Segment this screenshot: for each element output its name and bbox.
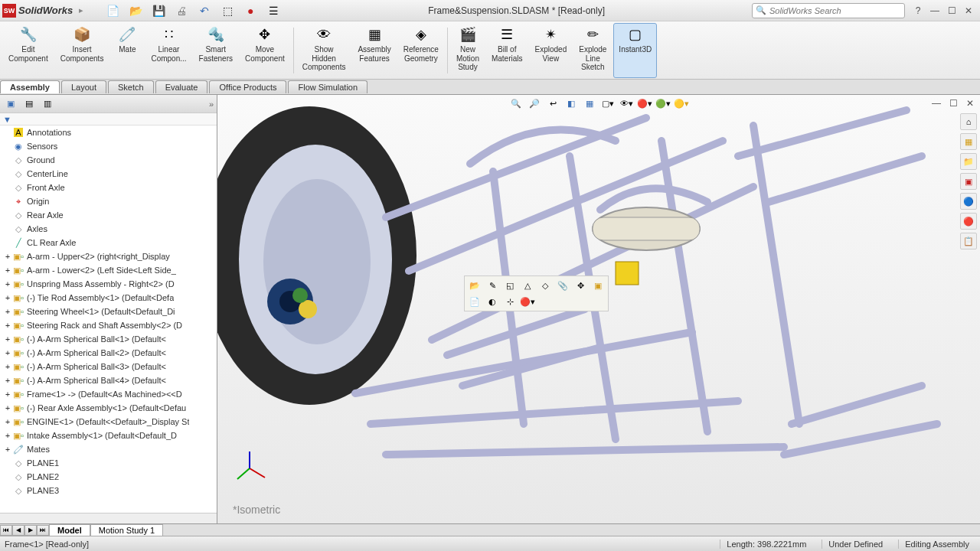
ctx-mate-icon[interactable]: ▣ [590, 279, 606, 292]
show-hidden-button[interactable]: 👁ShowHiddenComponents [297, 23, 351, 78]
bottom-tab-model[interactable]: Model [49, 524, 90, 536]
linear-pattern-button[interactable]: ∷LinearCompon... [145, 23, 191, 78]
tree-item[interactable]: +▣▫Frame<1> -> (Default<As Machined><<D [0, 387, 217, 401]
ctx-fix-icon[interactable]: 📎 [555, 279, 570, 292]
main-menu-arrow[interactable]: ▸ [79, 5, 83, 15]
tree-item[interactable]: +▣▫(-) A-Arm Spherical Ball<3> (Default< [0, 360, 217, 373]
view-orientation-icon[interactable]: ▦ [581, 96, 598, 111]
tree-item[interactable]: +🧷Mates [0, 442, 217, 456]
tree-item[interactable]: +▣▫Unspring Mass Assembly - Right<2> (D [0, 277, 217, 291]
tab-assembly[interactable]: Assembly [0, 80, 60, 93]
viewport-minimize-button[interactable]: — [929, 96, 943, 110]
edit-appearance-icon[interactable]: 🔴▾ [636, 96, 653, 111]
last-tab-button[interactable]: ⏭ [37, 525, 49, 536]
maximize-button[interactable]: ☐ [945, 4, 959, 18]
edit-component-button[interactable]: 🔧EditComponent [3, 23, 54, 78]
viewport-close-button[interactable]: ✕ [963, 96, 977, 110]
tree-item[interactable]: +▣▫A-arm - Lower<2> (Left Side<Left Side… [0, 263, 217, 277]
tree-item[interactable]: ◇PLANE3 [0, 484, 217, 497]
ctx-axis-icon[interactable]: ⊹ [502, 295, 518, 308]
expand-icon[interactable]: + [3, 253, 12, 261]
tree-item[interactable]: AAnnotations [0, 126, 217, 139]
first-tab-button[interactable]: ⏮ [0, 525, 12, 536]
tab-layout[interactable]: Layout [61, 80, 106, 93]
tree-item[interactable]: +▣▫Intake Assembly<1> (Default<Default_D [0, 429, 217, 442]
expand-icon[interactable]: + [3, 404, 12, 412]
ctx-transparency-icon[interactable]: ◐ [485, 295, 500, 308]
expand-icon[interactable]: + [3, 418, 12, 426]
expand-icon[interactable]: + [3, 280, 12, 289]
undo-icon[interactable]: ↶ [197, 3, 212, 18]
select-icon[interactable]: ⬚ [220, 3, 235, 18]
smart-fasteners-button[interactable]: 🔩SmartFasteners [194, 23, 238, 78]
hide-show-icon[interactable]: 👁▾ [618, 96, 635, 111]
zoom-fit-icon[interactable]: 🔍 [508, 96, 524, 111]
viewport-restore-button[interactable]: ☐ [946, 96, 960, 110]
tree-item[interactable]: ╱CL Rear Axle [0, 236, 217, 249]
explode-line-button[interactable]: ✏ExplodeLineSketch [573, 23, 612, 78]
tree-item[interactable]: ◇Rear Axle [0, 208, 217, 222]
tree-item[interactable]: +▣▫(-) Tie Rod Assembly<1> (Default<Defa [0, 291, 217, 305]
tree-item[interactable]: ◉Sensors [0, 139, 217, 153]
search-box[interactable]: 🔍 [752, 3, 905, 18]
ctx-isolate-icon[interactable]: ◇ [537, 279, 553, 292]
exploded-view-button[interactable]: ✴ExplodedView [530, 23, 573, 78]
tree-item[interactable]: +▣▫(-) A-Arm Spherical Ball<4> (Default< [0, 373, 217, 387]
feature-manager-icon[interactable]: ▣ [3, 97, 18, 111]
tab-flow-simulation[interactable]: Flow Simulation [288, 80, 368, 93]
ctx-move-icon[interactable]: ✥ [573, 279, 588, 292]
tab-evaluate[interactable]: Evaluate [155, 80, 208, 93]
tree-item[interactable]: +▣▫Steering Wheel<1> (Default<Default_Di [0, 305, 217, 318]
expand-icon[interactable]: + [3, 335, 12, 344]
move-component-button[interactable]: ✥MoveComponent [240, 23, 290, 78]
section-view-icon[interactable]: ◧ [563, 96, 580, 111]
expand-icon[interactable]: + [3, 294, 12, 302]
tree-item[interactable]: +▣▫A-arm - Upper<2> (right<right_Display [0, 249, 217, 263]
close-button[interactable]: ✕ [962, 4, 975, 18]
mate-button[interactable]: 🧷Mate [110, 23, 144, 78]
ctx-open-part-icon[interactable]: 📂 [467, 279, 482, 292]
bom-button[interactable]: ☰Bill ofMaterials [486, 23, 528, 78]
tree-item[interactable]: ⌖Origin [0, 194, 217, 208]
next-tab-button[interactable]: ▶ [24, 525, 37, 536]
collapse-tree-icon[interactable]: » [209, 99, 214, 109]
design-library-icon[interactable]: ▦ [960, 133, 977, 150]
tree-item[interactable]: ◇PLANE1 [0, 456, 217, 470]
sw-resources-icon[interactable]: ⌂ [960, 113, 977, 130]
view-palette-icon[interactable]: ▣ [960, 173, 977, 190]
previous-view-icon[interactable]: ↩ [544, 96, 561, 111]
expand-icon[interactable]: + [3, 349, 12, 357]
expand-icon[interactable]: + [3, 432, 12, 440]
ctx-suppress-icon[interactable]: △ [520, 279, 535, 292]
tab-office-products[interactable]: Office Products [209, 80, 286, 93]
tree-item[interactable]: ◇CenterLine [0, 167, 217, 181]
appearances-icon[interactable]: 🔵 [960, 193, 977, 210]
view-settings-icon[interactable]: 🟡▾ [673, 96, 690, 111]
help-icon[interactable]: ? [911, 4, 925, 18]
expand-icon[interactable]: + [3, 390, 12, 399]
ctx-hide-icon[interactable]: ◱ [502, 279, 518, 292]
graphics-viewport[interactable]: 🔍 🔎 ↩ ◧ ▦ ▢▾ 👁▾ 🔴▾ 🟢▾ 🟡▾ 📂 ✎ ◱ △ ◇ 📎 ✥ ▣ [217, 95, 980, 523]
options-icon[interactable]: ☰ [266, 3, 281, 18]
reference-geometry-button[interactable]: ◈ReferenceGeometry [398, 23, 444, 78]
tab-sketch[interactable]: Sketch [108, 80, 154, 93]
tree-item[interactable]: ◇Axles [0, 222, 217, 236]
zoom-area-icon[interactable]: 🔎 [526, 96, 543, 111]
apply-scene-icon[interactable]: 🟢▾ [655, 96, 671, 111]
expand-icon[interactable]: + [3, 321, 12, 330]
insert-components-button[interactable]: 📦InsertComponents [55, 23, 109, 78]
search-input[interactable] [769, 6, 901, 15]
expand-icon[interactable]: + [3, 266, 12, 275]
tree-item[interactable]: +▣▫(-) A-Arm Spherical Ball<2> (Default< [0, 346, 217, 360]
configuration-manager-icon[interactable]: ▥ [40, 97, 55, 111]
expand-icon[interactable]: + [3, 308, 12, 316]
document-recovery-icon[interactable]: 📋 [960, 233, 977, 249]
display-style-icon[interactable]: ▢▾ [599, 96, 616, 111]
tree-item[interactable]: +▣▫(-) Rear Axle Assembly<1> (Default<De… [0, 401, 217, 415]
tree-horizontal-scrollbar[interactable] [0, 513, 217, 523]
minimize-button[interactable]: — [928, 4, 942, 18]
tree-item[interactable]: ◇Ground [0, 153, 217, 167]
instant3d-button[interactable]: ▢Instant3D [613, 23, 657, 78]
file-explorer-icon[interactable]: 📁 [960, 153, 977, 170]
new-motion-study-button[interactable]: 🎬NewMotionStudy [451, 23, 485, 78]
